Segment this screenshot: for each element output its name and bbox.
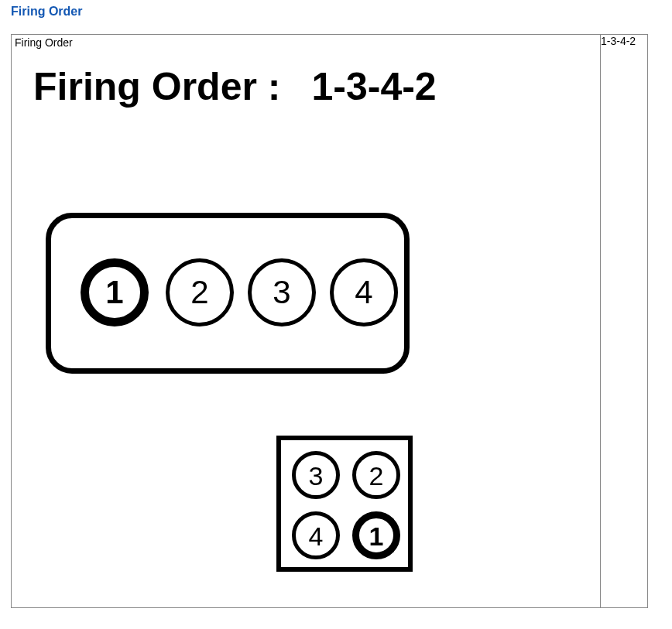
- diagram-title-label: Firing Order :: [33, 65, 280, 108]
- cylinder-3: 3: [248, 258, 316, 326]
- cylinder-2: 2: [166, 258, 234, 326]
- distributor-terminal-1: 1: [352, 511, 400, 559]
- section-heading: Firing Order: [0, 0, 672, 19]
- distributor-cap: 3 2 4 1: [276, 436, 413, 572]
- page-root: Firing Order Firing Order Firing Order :…: [0, 0, 672, 629]
- engine-block: 1 2 3 4: [46, 213, 410, 374]
- firing-order-sidecell: 1-3-4-2: [601, 35, 648, 608]
- distributor-terminal-2: 2: [352, 451, 400, 499]
- diagram-table: Firing Order Firing Order :1-3-4-2 1 2 3…: [11, 34, 648, 608]
- distributor-terminal-4: 4: [292, 511, 340, 559]
- cylinder-1: 1: [81, 258, 149, 326]
- diagram-cell: Firing Order Firing Order :1-3-4-2 1 2 3…: [12, 35, 601, 608]
- cylinder-4: 4: [330, 258, 398, 326]
- diagram-title-order: 1-3-4-2: [311, 65, 436, 108]
- firing-order-diagram: Firing Order :1-3-4-2 1 2 3 4 3 2 4: [12, 50, 600, 607]
- diagram-title: Firing Order :1-3-4-2: [33, 64, 437, 109]
- table-caption: Firing Order: [12, 35, 600, 50]
- distributor-terminal-3: 3: [292, 451, 340, 499]
